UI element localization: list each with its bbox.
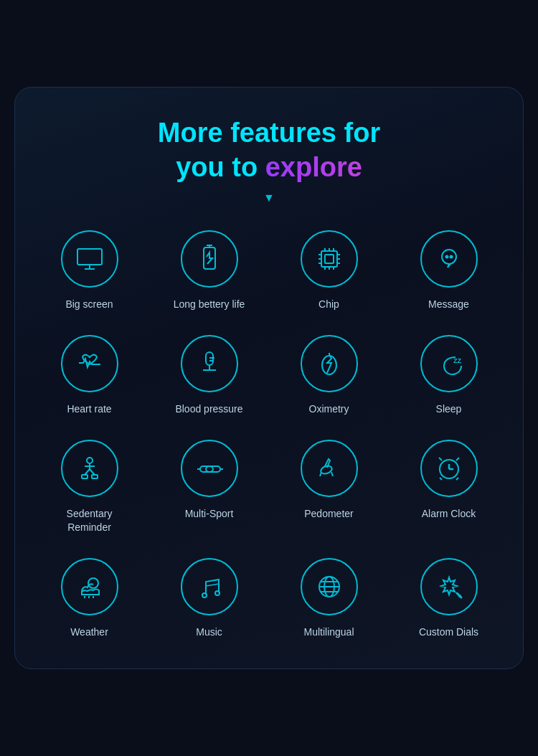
- feature-music: Music: [149, 549, 269, 647]
- svg-line-49: [439, 458, 442, 460]
- svg-point-22: [445, 256, 448, 258]
- svg-line-34: [85, 469, 90, 475]
- chip-icon: [301, 230, 358, 288]
- long-battery-icon: [181, 230, 238, 288]
- chip-label: Chip: [318, 298, 339, 311]
- feature-oximetry: Oximetry: [269, 326, 389, 424]
- svg-rect-37: [82, 475, 88, 478]
- svg-rect-0: [77, 249, 102, 265]
- weather-icon: [61, 558, 118, 615]
- svg-line-35: [90, 469, 95, 475]
- message-label: Message: [428, 298, 469, 311]
- feature-long-battery: Long bettery life: [149, 222, 269, 319]
- feature-big-screen: Big screen: [29, 222, 149, 319]
- svg-line-51: [440, 478, 442, 480]
- svg-point-58: [215, 591, 220, 595]
- svg-point-42: [206, 466, 213, 472]
- svg-rect-7: [321, 251, 337, 267]
- multilingual-icon: [301, 558, 358, 615]
- svg-line-45: [331, 472, 333, 476]
- oximetry-label: Oximetry: [309, 402, 349, 415]
- svg-point-29: [322, 356, 336, 374]
- feature-alarm-clock: Alarm Clock: [389, 431, 509, 542]
- weather-label: Weather: [70, 625, 108, 638]
- features-grid: Big screen Long bettery life: [29, 222, 509, 647]
- title-line2-start: you to: [176, 152, 265, 182]
- svg-line-44: [320, 472, 321, 476]
- pedometer-label: Pedometer: [304, 507, 353, 520]
- feature-multi-sport: Multi-Sport: [149, 431, 269, 542]
- svg-line-52: [456, 478, 458, 480]
- pedometer-icon: [301, 440, 358, 497]
- message-icon: [420, 230, 478, 288]
- title-line1: More features for: [158, 118, 380, 148]
- alarm-clock-label: Alarm Clock: [422, 507, 476, 520]
- sleep-label: Sleep: [436, 402, 462, 415]
- feature-weather: Weather: [29, 549, 149, 647]
- big-screen-icon: [61, 230, 118, 288]
- svg-point-53: [88, 578, 98, 588]
- page-title: More features for you to explore: [29, 116, 509, 184]
- multi-sport-label: Multi-Sport: [185, 507, 234, 520]
- title-explore: explore: [265, 152, 362, 182]
- long-battery-label: Long bettery life: [174, 298, 245, 311]
- feature-sleep: ZZSleep: [389, 326, 509, 424]
- blood-pressure-label: Blood pressure: [175, 402, 242, 415]
- svg-rect-39: [200, 466, 220, 472]
- multilingual-label: Multilingual: [303, 625, 354, 638]
- sedentary-reminder-icon: [61, 440, 118, 497]
- feature-custom-dials: Custom Dials: [389, 549, 509, 647]
- svg-point-43: [319, 465, 332, 476]
- sedentary-reminder-label: Sedentary Reminder: [67, 507, 113, 533]
- heart-rate-icon: [61, 335, 118, 392]
- feature-multilingual: Multilingual: [269, 549, 389, 647]
- sleep-icon: ZZ: [420, 335, 478, 392]
- main-container: More features for you to explore ▼ Big s…: [14, 87, 524, 669]
- music-icon: [181, 558, 238, 615]
- feature-pedometer: Pedometer: [269, 431, 389, 542]
- blood-pressure-icon: [181, 335, 238, 392]
- svg-point-32: [87, 458, 93, 463]
- music-label: Music: [196, 625, 222, 638]
- custom-dials-label: Custom Dials: [419, 625, 478, 638]
- feature-heart-rate: Heart rate: [29, 326, 149, 424]
- svg-rect-38: [92, 475, 98, 478]
- feature-sedentary-reminder: Sedentary Reminder: [29, 431, 149, 542]
- oximetry-icon: [301, 335, 358, 392]
- feature-blood-pressure: Blood pressure: [149, 326, 269, 424]
- svg-point-57: [202, 593, 207, 597]
- svg-point-66: [458, 595, 461, 597]
- svg-line-59: [206, 584, 219, 586]
- svg-text:ZZ: ZZ: [453, 357, 461, 364]
- custom-dials-icon: [420, 558, 478, 615]
- multi-sport-icon: [181, 440, 238, 497]
- svg-line-50: [456, 458, 459, 460]
- big-screen-label: Big screen: [65, 298, 113, 311]
- svg-point-23: [450, 256, 452, 258]
- svg-point-21: [442, 250, 456, 264]
- svg-rect-20: [325, 255, 334, 263]
- arrow-down-icon: ▼: [29, 192, 509, 204]
- feature-message: Message: [389, 222, 509, 319]
- heart-rate-label: Heart rate: [67, 402, 111, 415]
- feature-chip: Chip: [269, 222, 389, 319]
- alarm-clock-icon: [420, 440, 478, 497]
